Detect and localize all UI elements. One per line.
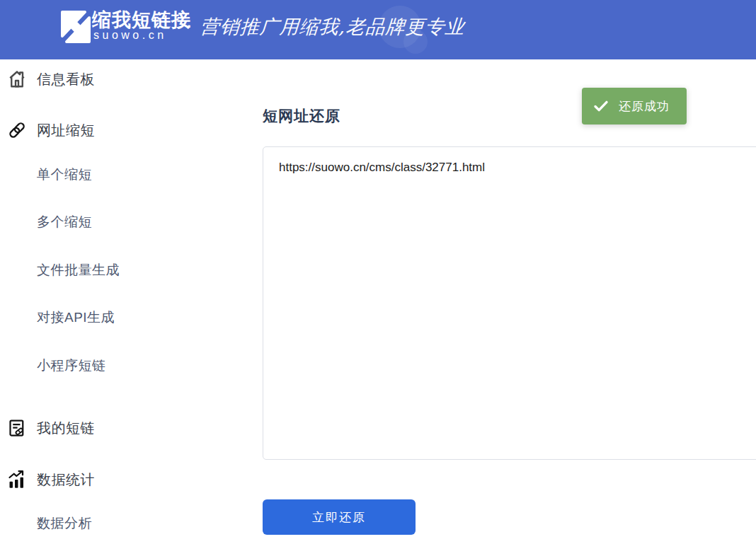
sidebar-item-label: 数据分析 xyxy=(37,514,92,533)
top-header: 缩我短链接 suowo.cn · 营销推广用缩我,老品牌更专业 xyxy=(0,0,756,59)
sidebar-item-miniprogram-link[interactable]: 小程序短链 xyxy=(0,354,255,378)
success-toast: 还原成功 xyxy=(582,88,687,124)
sidebar-item-label: 对接API生成 xyxy=(37,308,115,327)
sidebar-item-single-shorten[interactable]: 单个缩短 xyxy=(0,163,255,187)
page-title: 短网址还原 xyxy=(263,106,340,126)
restore-now-button[interactable]: 立即还原 xyxy=(263,499,416,535)
sidebar-item-api-generate[interactable]: 对接API生成 xyxy=(0,306,255,330)
link-icon xyxy=(6,119,28,141)
sidebar-item-data-analysis[interactable]: 数据分析 xyxy=(0,511,255,535)
sidebar-item-label: 网址缩短 xyxy=(37,121,95,140)
suowo-logo-icon[interactable] xyxy=(60,10,91,44)
sidebar-item-label: 单个缩短 xyxy=(37,166,92,184)
sidebar-item-multi-shorten[interactable]: 多个缩短 xyxy=(0,210,255,234)
sidebar-item-my-links[interactable]: 我的短链 xyxy=(0,416,255,440)
sidebar-item-label: 多个缩短 xyxy=(37,213,92,231)
bar-chart-icon xyxy=(6,468,28,491)
home-icon xyxy=(6,68,28,91)
document-edit-icon xyxy=(6,417,28,439)
sidebar-item-label: 我的短链 xyxy=(37,419,95,438)
sidebar-item-label: 信息看板 xyxy=(37,70,95,89)
header-tagline: · 营销推广用缩我,老品牌更专业 xyxy=(187,14,465,40)
tagline-text: 营销推广用缩我,老品牌更专业 xyxy=(200,14,466,40)
sidebar-item-label: 文件批量生成 xyxy=(37,261,120,279)
toast-message: 还原成功 xyxy=(619,98,670,115)
sidebar-item-dashboard[interactable]: 信息看板 xyxy=(0,67,255,91)
short-url-input[interactable]: https://suowo.cn/cms/class/32771.html xyxy=(263,146,756,460)
app-window: 缩我短链接 suowo.cn · 营销推广用缩我,老品牌更专业 信息看板 xyxy=(0,0,756,556)
sidebar-item-label: 数据统计 xyxy=(37,470,95,490)
sidebar-item-statistics[interactable]: 数据统计 xyxy=(0,468,255,492)
sidebar-item-label: 小程序短链 xyxy=(37,357,106,375)
sidebar-item-url-shorten[interactable]: 网址缩短 xyxy=(0,118,255,142)
brand-domain: suowo.cn xyxy=(93,29,167,42)
tagline-separator: · xyxy=(187,18,192,36)
sidebar-item-file-batch[interactable]: 文件批量生成 xyxy=(0,258,255,282)
check-icon xyxy=(592,98,609,115)
